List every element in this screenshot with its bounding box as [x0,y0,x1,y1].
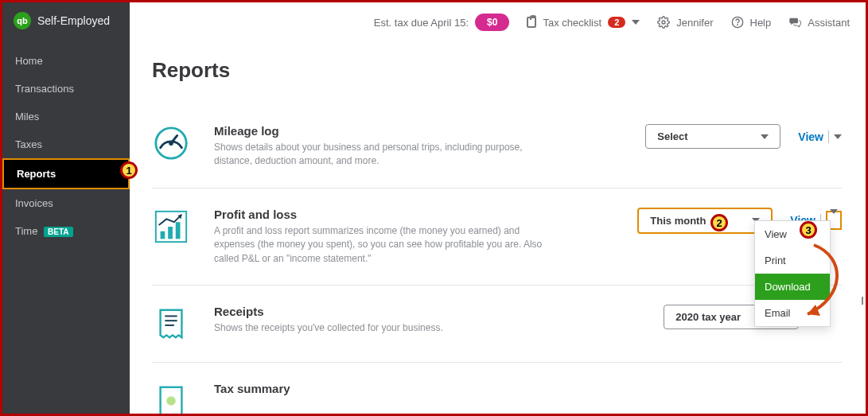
view-dropdown-menu: View Print Download Email [754,220,831,327]
page-title: Reports [152,58,842,83]
receipt-icon [152,305,190,343]
sidebar-item-taxes[interactable]: Taxes [2,130,130,158]
report-title: Mileage log [214,124,637,138]
brand-logo[interactable]: qb Self-Employed [2,2,130,39]
annotation-1: 1 [120,161,138,179]
dropdown-item-email[interactable]: Email [755,300,830,326]
sidebar-item-miles[interactable]: Miles [2,103,130,130]
app-frame: qb Self-Employed Home Transactions Miles… [0,0,868,416]
sidebar-item-time[interactable]: Time BETA [2,217,130,245]
mileage-period-select[interactable]: Select [645,124,780,149]
sidebar-item-reports[interactable]: Reports [2,158,130,189]
select-value: 2020 tax year [675,311,741,323]
sidebar-item-transactions[interactable]: Transactions [2,75,130,103]
report-desc: Shows the receipts you've collected for … [214,321,548,335]
report-desc: Shows details about your business and pe… [214,141,548,169]
report-row-mileage: Mileage log Shows details about your bus… [152,105,842,189]
report-row-tax-summary: Tax summary [152,363,842,414]
report-title: Profit and loss [214,208,629,221]
svg-rect-7 [161,231,165,239]
dropdown-item-view[interactable]: View [755,221,830,247]
pnl-period-select[interactable]: This month [637,208,773,234]
select-value: This month [650,215,706,227]
annotation-2: 2 [710,214,728,231]
dropdown-item-print[interactable]: Print [755,247,830,274]
brand-product: Self-Employed [37,14,110,27]
svg-point-15 [166,396,176,406]
report-desc: A profit and loss report summarizes inco… [214,224,548,266]
mileage-gauge-icon [152,124,190,162]
chevron-down-icon[interactable] [834,134,842,139]
annotation-3: 3 [800,221,817,239]
view-label: View [798,130,823,143]
svg-rect-8 [168,227,173,239]
chevron-down-icon [761,134,769,139]
report-title: Receipts [214,305,656,318]
svg-point-5 [169,141,173,146]
main: Reports Mileage log Shows details about … [130,2,866,414]
svg-rect-9 [176,222,181,239]
report-title: Tax summary [214,382,834,395]
sidebar-item-time-label: Time [15,225,37,237]
divider [828,130,829,143]
dropdown-item-download[interactable]: Download [755,274,830,300]
report-row-pnl: Profit and loss A profit and loss report… [152,189,842,286]
sidebar: qb Self-Employed Home Transactions Miles… [2,2,130,414]
sidebar-items: Home Transactions Miles Taxes Reports In… [2,47,130,245]
qb-circle-icon: qb [14,12,31,29]
sidebar-item-home[interactable]: Home [2,47,130,75]
chevron-down-icon [830,209,838,227]
sidebar-item-invoices[interactable]: Invoices [2,189,130,217]
chart-growth-icon [152,208,190,246]
select-value: Select [657,130,687,142]
report-actions: Select View [645,124,842,149]
report-row-receipts: Receipts Shows the receipts you've colle… [152,286,842,363]
tax-doc-icon [152,382,190,414]
beta-badge: BETA [44,227,72,237]
view-link-mileage[interactable]: View [798,130,842,143]
scrollbar[interactable] [862,297,863,305]
